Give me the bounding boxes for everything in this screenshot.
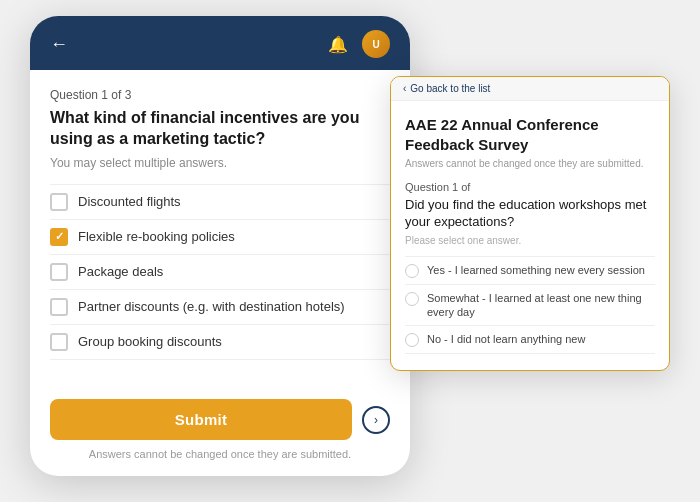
option-item[interactable]: Group booking discounts: [50, 324, 390, 360]
submit-button[interactable]: Submit: [50, 399, 352, 440]
radio-label-r1: Yes - I learned something new every sess…: [427, 263, 645, 277]
radio-circle-r2[interactable]: [405, 292, 419, 306]
survey-select-note: Please select one answer.: [405, 235, 655, 246]
radio-option-item[interactable]: Yes - I learned something new every sess…: [405, 256, 655, 284]
question-subtitle: You may select multiple answers.: [50, 156, 390, 170]
survey-card: ‹ Go back to the list AAE 22 Annual Conf…: [390, 76, 670, 371]
radio-label-r2: Somewhat - I learned at least one new th…: [427, 291, 655, 320]
scene: ← 🔔 U Question 1 of 3 What kind of finan…: [30, 16, 670, 486]
survey-title: AAE 22 Annual Conference Feedback Survey: [405, 115, 655, 154]
header-icons: 🔔 U: [328, 30, 390, 58]
avatar: U: [362, 30, 390, 58]
radio-option-item[interactable]: No - I did not learn anything new: [405, 325, 655, 354]
radio-circle-r1[interactable]: [405, 264, 419, 278]
option-item[interactable]: Flexible re-booking policies: [50, 219, 390, 254]
checkbox-opt5[interactable]: [50, 333, 68, 351]
checkbox-opt4[interactable]: [50, 298, 68, 316]
question-counter: Question 1 of 3: [50, 88, 390, 102]
checkbox-opt1[interactable]: [50, 193, 68, 211]
option-label-opt5: Group booking discounts: [78, 334, 222, 349]
phone-content: Question 1 of 3 What kind of financial i…: [30, 70, 410, 387]
radio-option-item[interactable]: Somewhat - I learned at least one new th…: [405, 284, 655, 326]
option-label-opt1: Discounted flights: [78, 194, 181, 209]
radio-options-list: Yes - I learned something new every sess…: [405, 256, 655, 355]
checkbox-opt2[interactable]: [50, 228, 68, 246]
radio-label-r3: No - I did not learn anything new: [427, 332, 585, 346]
option-item[interactable]: Package deals: [50, 254, 390, 289]
options-list: Discounted flightsFlexible re-booking po…: [50, 184, 390, 360]
survey-body: AAE 22 Annual Conference Feedback Survey…: [391, 101, 669, 370]
phone-container: ← 🔔 U Question 1 of 3 What kind of finan…: [30, 16, 410, 476]
question-title: What kind of financial incentives are yo…: [50, 108, 390, 150]
option-label-opt3: Package deals: [78, 264, 163, 279]
back-link-text: Go back to the list: [410, 83, 490, 94]
phone-footer: Submit › Answers cannot be changed once …: [30, 387, 410, 476]
option-label-opt2: Flexible re-booking policies: [78, 229, 235, 244]
survey-subtitle: Answers cannot be changed once they are …: [405, 158, 655, 169]
option-item[interactable]: Partner discounts (e.g. with destination…: [50, 289, 390, 324]
option-item[interactable]: Discounted flights: [50, 184, 390, 219]
survey-back-link[interactable]: ‹ Go back to the list: [391, 77, 669, 101]
bell-icon[interactable]: 🔔: [328, 35, 348, 54]
submit-row: Submit ›: [50, 399, 390, 440]
radio-circle-r3[interactable]: [405, 333, 419, 347]
footer-note: Answers cannot be changed once they are …: [50, 448, 390, 460]
checkbox-opt3[interactable]: [50, 263, 68, 281]
back-button[interactable]: ←: [50, 34, 68, 55]
survey-question-text: Did you find the education workshops met…: [405, 197, 655, 231]
phone-header: ← 🔔 U: [30, 16, 410, 70]
back-chevron-icon: ‹: [403, 83, 406, 94]
survey-question-counter: Question 1 of: [405, 181, 655, 193]
option-label-opt4: Partner discounts (e.g. with destination…: [78, 299, 345, 314]
next-arrow-button[interactable]: ›: [362, 406, 390, 434]
